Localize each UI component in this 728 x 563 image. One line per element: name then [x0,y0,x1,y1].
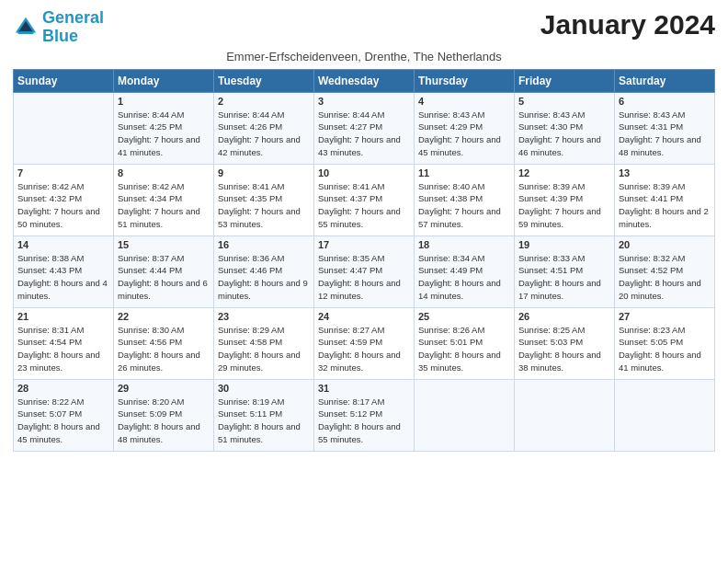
table-row: 13Sunrise: 8:39 AMSunset: 4:41 PMDayligh… [615,164,715,236]
day-number: 6 [619,96,711,107]
sunset: Sunset: 4:43 PM [17,265,82,275]
day-number: 24 [318,311,410,322]
cell-content: Sunrise: 8:26 AMSunset: 5:01 PMDaylight:… [418,324,510,374]
sunset: Sunset: 4:38 PM [418,193,483,203]
day-number: 29 [118,383,210,394]
sunrise: Sunrise: 8:31 AM [17,325,84,335]
sunset: Sunset: 4:59 PM [318,337,382,347]
sunrise: Sunrise: 8:33 AM [518,253,585,263]
daylight: Daylight: 7 hours and 57 minutes. [418,206,501,229]
daylight: Daylight: 8 hours and 12 minutes. [318,278,401,301]
table-row: 29Sunrise: 8:20 AMSunset: 5:09 PMDayligh… [114,379,214,451]
cell-content: Sunrise: 8:32 AMSunset: 4:52 PMDaylight:… [619,252,711,303]
sunrise: Sunrise: 8:25 AM [518,325,585,335]
table-row: 5Sunrise: 8:43 AMSunset: 4:30 PMDaylight… [515,92,615,164]
daylight: Daylight: 8 hours and 41 minutes. [619,350,701,373]
cell-content: Sunrise: 8:39 AMSunset: 4:39 PMDaylight:… [518,180,610,231]
cell-content: Sunrise: 8:31 AMSunset: 4:54 PMDaylight:… [17,324,109,374]
daylight: Daylight: 8 hours and 17 minutes. [518,278,601,301]
table-row: 11Sunrise: 8:40 AMSunset: 4:38 PMDayligh… [415,164,515,236]
sunrise: Sunrise: 8:32 AM [619,253,685,263]
col-sunday: Sunday [14,69,114,92]
sunrise: Sunrise: 8:42 AM [17,181,84,191]
calendar-week-row: 14Sunrise: 8:38 AMSunset: 4:43 PMDayligh… [14,236,715,307]
sunset: Sunset: 4:30 PM [518,121,583,132]
sunset: Sunset: 4:34 PM [118,193,182,203]
sunset: Sunset: 4:39 PM [518,193,583,203]
sunset: Sunset: 4:49 PM [418,265,483,275]
table-row: 9Sunrise: 8:41 AMSunset: 4:35 PMDaylight… [214,164,314,236]
sunset: Sunset: 4:29 PM [418,121,483,132]
day-number: 23 [218,311,310,322]
sunrise: Sunrise: 8:44 AM [118,109,184,120]
sunrise: Sunrise: 8:38 AM [17,253,84,263]
daylight: Daylight: 8 hours and 29 minutes. [218,350,301,373]
sunrise: Sunrise: 8:39 AM [619,181,685,191]
day-number: 8 [118,167,210,178]
day-number: 2 [218,96,310,107]
cell-content: Sunrise: 8:17 AMSunset: 5:12 PMDaylight:… [318,396,410,446]
table-row: 22Sunrise: 8:30 AMSunset: 4:56 PMDayligh… [114,307,214,379]
table-row: 3Sunrise: 8:44 AMSunset: 4:27 PMDaylight… [314,92,415,164]
calendar-table: Sunday Monday Tuesday Wednesday Thursday… [13,69,715,452]
col-monday: Monday [114,69,214,92]
calendar-week-row: 21Sunrise: 8:31 AMSunset: 4:54 PMDayligh… [14,307,715,379]
sunset: Sunset: 5:03 PM [518,337,583,347]
day-number: 17 [318,239,410,250]
calendar-body: 1Sunrise: 8:44 AMSunset: 4:25 PMDaylight… [14,92,715,451]
cell-content: Sunrise: 8:22 AMSunset: 5:07 PMDaylight:… [17,396,109,446]
logo-text: General Blue [42,9,104,46]
cell-content: Sunrise: 8:33 AMSunset: 4:51 PMDaylight:… [518,252,610,303]
calendar-week-row: 1Sunrise: 8:44 AMSunset: 4:25 PMDaylight… [14,92,715,164]
table-row: 10Sunrise: 8:41 AMSunset: 4:37 PMDayligh… [314,164,415,236]
col-thursday: Thursday [415,69,515,92]
daylight: Daylight: 8 hours and 20 minutes. [619,278,701,301]
sunset: Sunset: 4:26 PM [218,121,282,132]
sunset: Sunset: 5:12 PM [318,408,382,419]
day-number: 7 [17,167,109,178]
cell-content: Sunrise: 8:25 AMSunset: 5:03 PMDaylight:… [518,324,610,374]
day-number: 13 [619,167,711,178]
sunrise: Sunrise: 8:41 AM [318,181,384,191]
cell-content: Sunrise: 8:20 AMSunset: 5:09 PMDaylight:… [118,396,210,446]
day-number: 18 [418,239,510,250]
day-number: 1 [118,96,210,107]
daylight: Daylight: 8 hours and 6 minutes. [118,278,208,301]
sunrise: Sunrise: 8:44 AM [218,109,284,120]
sunrise: Sunrise: 8:20 AM [118,396,184,407]
sunset: Sunset: 4:27 PM [318,121,382,132]
table-row [14,92,114,164]
title-block: January 2024 [540,9,715,40]
day-number: 9 [218,167,310,178]
sunrise: Sunrise: 8:40 AM [418,181,484,191]
table-row [515,379,615,451]
table-row: 1Sunrise: 8:44 AMSunset: 4:25 PMDaylight… [114,92,214,164]
daylight: Daylight: 8 hours and 23 minutes. [17,350,100,373]
col-tuesday: Tuesday [214,69,314,92]
day-number: 30 [218,383,310,394]
cell-content: Sunrise: 8:30 AMSunset: 4:56 PMDaylight:… [118,324,210,374]
daylight: Daylight: 7 hours and 43 minutes. [318,134,401,157]
daylight: Daylight: 8 hours and 9 minutes. [218,278,308,301]
cell-content: Sunrise: 8:41 AMSunset: 4:35 PMDaylight:… [218,180,310,231]
month-title: January 2024 [540,9,715,40]
cell-content: Sunrise: 8:19 AMSunset: 5:11 PMDaylight:… [218,396,310,446]
sunrise: Sunrise: 8:42 AM [118,181,184,191]
sunset: Sunset: 4:25 PM [118,121,182,132]
day-number: 19 [518,239,610,250]
table-row: 14Sunrise: 8:38 AMSunset: 4:43 PMDayligh… [14,236,114,307]
daylight: Daylight: 8 hours and 55 minutes. [318,421,401,444]
sunset: Sunset: 4:31 PM [619,121,683,132]
sunset: Sunset: 4:52 PM [619,265,683,275]
day-number: 20 [619,239,711,250]
sunrise: Sunrise: 8:44 AM [318,109,384,120]
sunrise: Sunrise: 8:27 AM [318,325,384,335]
table-row: 15Sunrise: 8:37 AMSunset: 4:44 PMDayligh… [114,236,214,307]
daylight: Daylight: 7 hours and 45 minutes. [418,134,501,157]
table-row: 7Sunrise: 8:42 AMSunset: 4:32 PMDaylight… [14,164,114,236]
day-number: 4 [418,96,510,107]
day-number: 26 [518,311,610,322]
cell-content: Sunrise: 8:42 AMSunset: 4:34 PMDaylight:… [118,180,210,231]
day-number: 27 [619,311,711,322]
table-row: 20Sunrise: 8:32 AMSunset: 4:52 PMDayligh… [615,236,715,307]
